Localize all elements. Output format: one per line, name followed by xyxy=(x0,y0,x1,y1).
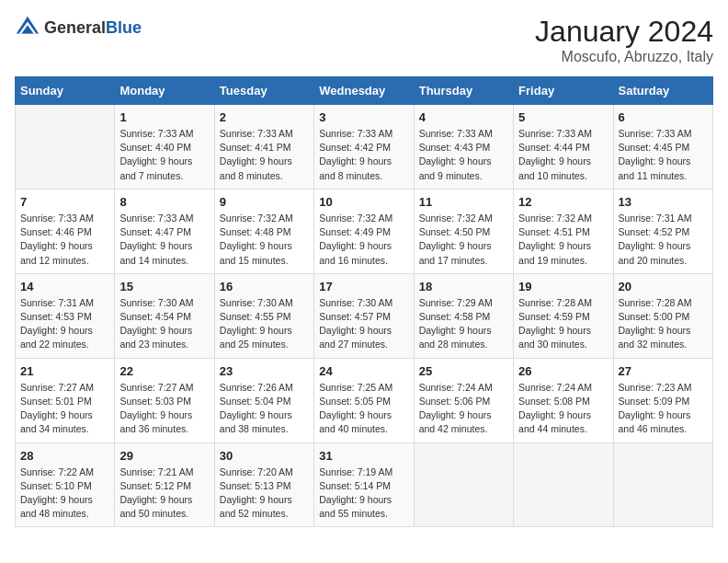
page-header: GeneralBlue January 2024 Moscufo, Abruzz… xyxy=(15,15,713,65)
day-info: Sunrise: 7:33 AMSunset: 4:41 PMDaylight:… xyxy=(220,127,309,183)
day-number: 17 xyxy=(319,280,408,293)
calendar-cell: 6Sunrise: 7:33 AMSunset: 4:45 PMDaylight… xyxy=(613,105,712,190)
day-number: 20 xyxy=(619,280,708,293)
calendar-cell: 8Sunrise: 7:33 AMSunset: 4:47 PMDaylight… xyxy=(115,189,214,273)
calendar-cell: 1Sunrise: 7:33 AMSunset: 4:40 PMDaylight… xyxy=(115,105,214,190)
week-row-4: 21Sunrise: 7:27 AMSunset: 5:01 PMDayligh… xyxy=(16,358,713,442)
day-number: 4 xyxy=(419,110,508,124)
day-number: 28 xyxy=(20,449,109,463)
calendar-cell: 28Sunrise: 7:22 AMSunset: 5:10 PMDayligh… xyxy=(16,442,115,527)
column-header-tuesday: Tuesday xyxy=(214,77,313,105)
day-number: 9 xyxy=(220,195,309,209)
calendar-cell: 26Sunrise: 7:24 AMSunset: 5:08 PMDayligh… xyxy=(514,358,613,442)
day-info: Sunrise: 7:30 AMSunset: 4:57 PMDaylight:… xyxy=(319,296,408,352)
column-header-sunday: Sunday xyxy=(16,77,115,105)
calendar-cell: 17Sunrise: 7:30 AMSunset: 4:57 PMDayligh… xyxy=(314,273,414,358)
day-info: Sunrise: 7:25 AMSunset: 5:05 PMDaylight:… xyxy=(319,381,408,437)
calendar-cell: 4Sunrise: 7:33 AMSunset: 4:43 PMDaylight… xyxy=(414,105,513,190)
day-number: 18 xyxy=(419,280,508,293)
day-number: 26 xyxy=(518,364,608,378)
day-info: Sunrise: 7:26 AMSunset: 5:04 PMDaylight:… xyxy=(220,381,309,437)
day-info: Sunrise: 7:23 AMSunset: 5:09 PMDaylight:… xyxy=(619,381,708,437)
day-number: 13 xyxy=(619,195,708,209)
day-number: 22 xyxy=(119,364,209,378)
logo: GeneralBlue xyxy=(15,15,142,40)
day-number: 19 xyxy=(518,280,608,293)
day-info: Sunrise: 7:33 AMSunset: 4:45 PMDaylight:… xyxy=(619,127,708,183)
day-info: Sunrise: 7:27 AMSunset: 5:03 PMDaylight:… xyxy=(119,381,209,437)
day-info: Sunrise: 7:33 AMSunset: 4:40 PMDaylight:… xyxy=(119,127,209,183)
calendar-cell: 16Sunrise: 7:30 AMSunset: 4:55 PMDayligh… xyxy=(214,273,313,358)
day-number: 15 xyxy=(119,280,209,293)
logo-icon xyxy=(15,15,40,40)
day-number: 14 xyxy=(20,280,109,293)
day-number: 16 xyxy=(220,280,309,293)
calendar-cell xyxy=(613,442,712,527)
week-row-5: 28Sunrise: 7:22 AMSunset: 5:10 PMDayligh… xyxy=(16,442,713,527)
calendar-cell: 24Sunrise: 7:25 AMSunset: 5:05 PMDayligh… xyxy=(314,358,414,442)
calendar-cell: 21Sunrise: 7:27 AMSunset: 5:01 PMDayligh… xyxy=(16,358,115,442)
calendar-cell: 15Sunrise: 7:30 AMSunset: 4:54 PMDayligh… xyxy=(115,273,214,358)
logo-blue: Blue xyxy=(106,18,142,37)
day-number: 5 xyxy=(518,110,608,124)
day-info: Sunrise: 7:21 AMSunset: 5:12 PMDaylight:… xyxy=(119,465,209,522)
day-number: 6 xyxy=(619,110,708,124)
calendar-cell: 11Sunrise: 7:32 AMSunset: 4:50 PMDayligh… xyxy=(414,189,513,273)
calendar-cell: 2Sunrise: 7:33 AMSunset: 4:41 PMDaylight… xyxy=(214,105,313,190)
main-title: January 2024 xyxy=(535,15,713,49)
day-info: Sunrise: 7:29 AMSunset: 4:58 PMDaylight:… xyxy=(419,296,508,352)
day-info: Sunrise: 7:24 AMSunset: 5:06 PMDaylight:… xyxy=(419,381,508,437)
day-info: Sunrise: 7:28 AMSunset: 4:59 PMDaylight:… xyxy=(518,296,608,352)
day-info: Sunrise: 7:33 AMSunset: 4:46 PMDaylight:… xyxy=(20,212,109,268)
day-number: 25 xyxy=(419,364,508,378)
calendar-cell: 20Sunrise: 7:28 AMSunset: 5:00 PMDayligh… xyxy=(613,273,712,358)
day-number: 7 xyxy=(20,195,109,209)
day-number: 31 xyxy=(319,449,408,463)
calendar-cell: 30Sunrise: 7:20 AMSunset: 5:13 PMDayligh… xyxy=(214,442,313,527)
day-number: 27 xyxy=(619,364,708,378)
day-info: Sunrise: 7:30 AMSunset: 4:55 PMDaylight:… xyxy=(220,296,309,352)
day-number: 30 xyxy=(220,449,309,463)
calendar-cell: 10Sunrise: 7:32 AMSunset: 4:49 PMDayligh… xyxy=(314,189,414,273)
subtitle: Moscufo, Abruzzo, Italy xyxy=(535,49,713,65)
day-info: Sunrise: 7:24 AMSunset: 5:08 PMDaylight:… xyxy=(518,381,608,437)
column-header-wednesday: Wednesday xyxy=(314,77,414,105)
day-number: 21 xyxy=(20,364,109,378)
week-row-3: 14Sunrise: 7:31 AMSunset: 4:53 PMDayligh… xyxy=(16,273,713,358)
calendar-cell: 13Sunrise: 7:31 AMSunset: 4:52 PMDayligh… xyxy=(613,189,712,273)
day-info: Sunrise: 7:32 AMSunset: 4:50 PMDaylight:… xyxy=(419,212,508,268)
day-number: 1 xyxy=(119,110,209,124)
day-number: 11 xyxy=(419,195,508,209)
calendar-cell: 27Sunrise: 7:23 AMSunset: 5:09 PMDayligh… xyxy=(613,358,712,442)
day-info: Sunrise: 7:33 AMSunset: 4:42 PMDaylight:… xyxy=(319,127,408,183)
day-info: Sunrise: 7:32 AMSunset: 4:49 PMDaylight:… xyxy=(319,212,408,268)
day-number: 12 xyxy=(518,195,608,209)
day-info: Sunrise: 7:20 AMSunset: 5:13 PMDaylight:… xyxy=(220,465,309,522)
calendar-cell: 5Sunrise: 7:33 AMSunset: 4:44 PMDaylight… xyxy=(514,105,613,190)
day-info: Sunrise: 7:31 AMSunset: 4:53 PMDaylight:… xyxy=(20,296,109,352)
day-number: 10 xyxy=(319,195,408,209)
calendar-cell: 12Sunrise: 7:32 AMSunset: 4:51 PMDayligh… xyxy=(514,189,613,273)
day-number: 29 xyxy=(119,449,209,463)
day-info: Sunrise: 7:19 AMSunset: 5:14 PMDaylight:… xyxy=(319,465,408,522)
logo-general-text: GeneralBlue xyxy=(44,18,142,38)
calendar-cell: 22Sunrise: 7:27 AMSunset: 5:03 PMDayligh… xyxy=(115,358,214,442)
day-info: Sunrise: 7:31 AMSunset: 4:52 PMDaylight:… xyxy=(619,212,708,268)
day-info: Sunrise: 7:28 AMSunset: 5:00 PMDaylight:… xyxy=(619,296,708,352)
calendar-cell xyxy=(16,105,115,190)
day-info: Sunrise: 7:30 AMSunset: 4:54 PMDaylight:… xyxy=(119,296,209,352)
calendar-cell: 25Sunrise: 7:24 AMSunset: 5:06 PMDayligh… xyxy=(414,358,513,442)
day-number: 24 xyxy=(319,364,408,378)
day-header-row: SundayMondayTuesdayWednesdayThursdayFrid… xyxy=(16,77,713,105)
logo-general: General xyxy=(44,18,106,37)
day-info: Sunrise: 7:32 AMSunset: 4:51 PMDaylight:… xyxy=(518,212,608,268)
calendar-cell xyxy=(514,442,613,527)
column-header-friday: Friday xyxy=(514,77,613,105)
day-info: Sunrise: 7:27 AMSunset: 5:01 PMDaylight:… xyxy=(20,381,109,437)
calendar-cell: 14Sunrise: 7:31 AMSunset: 4:53 PMDayligh… xyxy=(16,273,115,358)
day-number: 23 xyxy=(220,364,309,378)
day-info: Sunrise: 7:33 AMSunset: 4:43 PMDaylight:… xyxy=(419,127,508,183)
day-info: Sunrise: 7:32 AMSunset: 4:48 PMDaylight:… xyxy=(220,212,309,268)
column-header-monday: Monday xyxy=(115,77,214,105)
calendar-table: SundayMondayTuesdayWednesdayThursdayFrid… xyxy=(15,76,713,527)
